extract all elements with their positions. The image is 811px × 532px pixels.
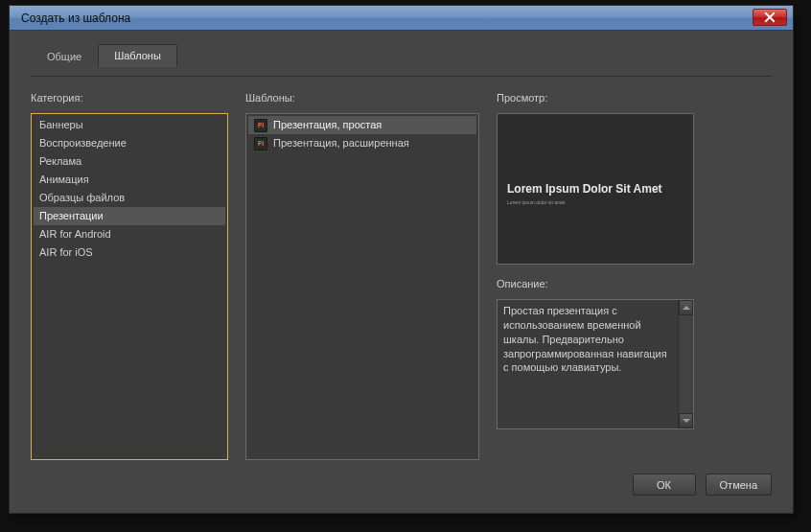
tab-templates[interactable]: Шаблоны	[98, 44, 177, 67]
ok-button[interactable]: ОК	[633, 474, 696, 496]
description-text: Простая презентация с использованием вре…	[498, 300, 678, 428]
description-box: Простая презентация с использованием вре…	[497, 299, 694, 429]
template-item[interactable]: FlПрезентация, простая	[248, 116, 476, 134]
category-listbox[interactable]: БаннерыВоспроизведениеРекламаАнимацияОбр…	[31, 113, 228, 460]
template-item-label: Презентация, расширенная	[273, 134, 409, 152]
template-item-label: Презентация, простая	[273, 116, 382, 134]
preview-title: Lorem Ipsum Dolor Sit Amet	[507, 182, 684, 196]
category-item[interactable]: Воспроизведение	[34, 134, 225, 152]
category-item[interactable]: Презентации	[34, 207, 225, 225]
tab-bar: Общие Шаблоны	[31, 44, 772, 67]
scroll-up-button[interactable]	[679, 300, 693, 315]
category-item[interactable]: AIR for iOS	[34, 243, 225, 262]
close-button[interactable]	[753, 9, 787, 26]
category-item[interactable]: Реклама	[34, 152, 225, 171]
window-title: Создать из шаблона	[21, 12, 130, 25]
scroll-down-button[interactable]	[679, 413, 693, 428]
category-label: Категория:	[31, 92, 228, 105]
chevron-down-icon	[683, 417, 690, 425]
flash-file-icon: Fl	[254, 137, 267, 150]
templates-label: Шаблоны:	[245, 92, 479, 105]
description-label: Описание:	[497, 278, 772, 291]
scrollbar-track[interactable]	[679, 315, 693, 413]
category-item[interactable]: Баннеры	[34, 116, 225, 134]
description-scrollbar[interactable]	[678, 300, 693, 428]
titlebar[interactable]: Создать из шаблона	[10, 6, 793, 31]
dialog-window: Создать из шаблона Общие Шаблоны Категор…	[9, 5, 794, 514]
chevron-up-icon	[683, 304, 690, 312]
category-item[interactable]: Образцы файлов	[34, 189, 225, 207]
preview-label: Просмотр:	[497, 92, 772, 105]
close-icon	[764, 12, 776, 23]
category-item[interactable]: Анимация	[34, 171, 225, 189]
category-item[interactable]: AIR for Android	[34, 225, 225, 243]
preview-area: Lorem Ipsum Dolor Sit Amet Lorem ipsum d…	[497, 113, 694, 265]
template-item[interactable]: FlПрезентация, расширенная	[248, 134, 476, 152]
tab-general[interactable]: Общие	[31, 44, 98, 67]
flash-file-icon: Fl	[254, 119, 267, 132]
preview-subtitle: Lorem ipsum dolor sit amet	[507, 199, 684, 206]
templates-listbox[interactable]: FlПрезентация, простаяFlПрезентация, рас…	[245, 113, 479, 460]
cancel-button[interactable]: Отмена	[706, 474, 772, 496]
